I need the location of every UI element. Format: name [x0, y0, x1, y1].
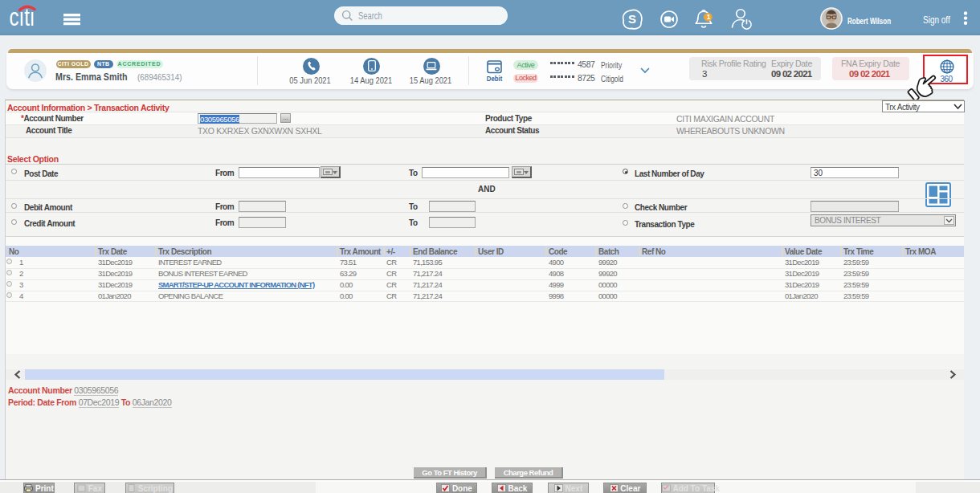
svg-text:1: 1	[707, 13, 711, 21]
svg-text:S: S	[628, 12, 636, 26]
